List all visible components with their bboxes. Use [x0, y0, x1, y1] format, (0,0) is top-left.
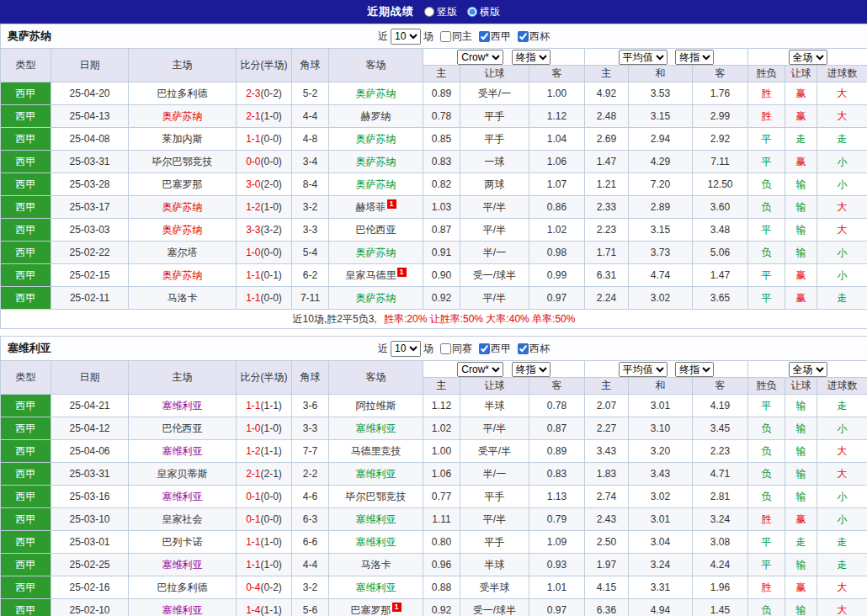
- near-label: 近: [378, 342, 388, 356]
- match-score[interactable]: 2-1(1-0): [237, 105, 292, 128]
- match-score[interactable]: 3-0(2-0): [237, 173, 292, 196]
- scope-select[interactable]: 全场: [789, 50, 827, 65]
- odds-stage-select[interactable]: 终指: [512, 362, 551, 377]
- home-team-link[interactable]: 塞维利亚: [129, 395, 237, 417]
- away-team-link[interactable]: 巴伦西亚: [329, 219, 423, 242]
- laliga-checkbox[interactable]: [479, 31, 490, 42]
- odds-stage-select[interactable]: 终指: [512, 50, 551, 65]
- odds-home: 0.87: [423, 219, 460, 242]
- recent-count-select[interactable]: 10: [391, 29, 421, 45]
- home-team-link[interactable]: 皇家贝蒂斯: [129, 463, 237, 486]
- match-score[interactable]: 2-3(0-2): [237, 82, 292, 105]
- home-team-link[interactable]: 马洛卡: [129, 287, 237, 310]
- match-score[interactable]: 1-4(1-1): [237, 599, 292, 616]
- home-team-name: 塞维利亚: [162, 559, 203, 571]
- home-team-link[interactable]: 奥萨苏纳: [129, 219, 237, 242]
- bookmaker-select[interactable]: Crow*: [457, 362, 503, 377]
- home-team-link[interactable]: 塞维利亚: [129, 486, 237, 508]
- match-score[interactable]: 2-1(2-1): [237, 463, 292, 486]
- home-team-link[interactable]: 巴塞罗那: [129, 173, 237, 196]
- same-home-checkbox[interactable]: [440, 31, 451, 42]
- match-score[interactable]: 1-2(1-1): [237, 440, 292, 463]
- copa-filter[interactable]: 西杯: [518, 342, 550, 356]
- home-team-link[interactable]: 奥萨苏纳: [129, 105, 237, 128]
- home-team-link[interactable]: 巴伦西亚: [129, 417, 237, 440]
- home-team-link[interactable]: 塞维利亚: [129, 554, 237, 576]
- match-score[interactable]: 1-0(0-0): [237, 242, 292, 264]
- away-team-link[interactable]: 塞维利亚: [329, 508, 423, 531]
- match-score[interactable]: 1-1(0-0): [237, 287, 292, 310]
- match-score[interactable]: 3-3(3-2): [237, 219, 292, 242]
- average-select[interactable]: 平均值: [619, 362, 668, 377]
- same-competition-checkbox[interactable]: [440, 343, 451, 354]
- match-score[interactable]: 0-1(0-0): [237, 508, 292, 531]
- away-team-link[interactable]: 塞维利亚: [329, 576, 423, 599]
- away-team-link[interactable]: 奥萨苏纳: [329, 173, 423, 196]
- away-team-link[interactable]: 皇家马德里1: [329, 264, 423, 287]
- bookmaker-select[interactable]: Crow*: [457, 50, 503, 65]
- match-score[interactable]: 1-1(1-0): [237, 531, 292, 554]
- home-team-link[interactable]: 塞尔塔: [129, 242, 237, 264]
- away-team-link[interactable]: 阿拉维斯: [329, 395, 423, 417]
- home-team-link[interactable]: 莱加内斯: [129, 128, 237, 151]
- away-team-link[interactable]: 毕尔巴鄂竞技: [329, 486, 423, 508]
- home-team-link[interactable]: 皇家社会: [129, 508, 237, 531]
- match-score[interactable]: 1-1(0-0): [237, 128, 292, 151]
- recent-count-select[interactable]: 10: [391, 341, 421, 357]
- home-team-link[interactable]: 毕尔巴鄂竞技: [129, 151, 237, 173]
- match-score[interactable]: 1-0(1-0): [237, 417, 292, 440]
- halftime-score: (0-1): [261, 269, 282, 281]
- handicap-line: 受一/球半: [460, 264, 529, 287]
- match-score[interactable]: 1-1(0-1): [237, 264, 292, 287]
- away-team-link[interactable]: 塞维利亚: [329, 463, 423, 486]
- away-team-link[interactable]: 塞维利亚: [329, 531, 423, 554]
- away-team-link[interactable]: 赫罗纳: [329, 105, 423, 128]
- halftime-score: (1-0): [261, 110, 282, 122]
- match-score[interactable]: 1-1(1-0): [237, 554, 292, 576]
- layout-option-vertical[interactable]: 竖版: [424, 5, 457, 19]
- scope-select[interactable]: 全场: [789, 362, 827, 377]
- same-home-filter[interactable]: 同主: [440, 29, 472, 44]
- vertical-layout-radio[interactable]: [424, 7, 434, 17]
- home-team-link[interactable]: 奥萨苏纳: [129, 264, 237, 287]
- match-score[interactable]: 0-0(0-0): [237, 151, 292, 173]
- match-score[interactable]: 1-2(1-0): [237, 196, 292, 219]
- odds-away: 0.93: [529, 554, 585, 576]
- home-team-link[interactable]: 巴列卡诺: [129, 531, 237, 554]
- match-score[interactable]: 0-1(0-0): [237, 486, 292, 508]
- laliga-filter[interactable]: 西甲: [479, 342, 511, 356]
- away-team-link[interactable]: 巴塞罗那1: [329, 599, 423, 616]
- halftime-score: (1-0): [261, 559, 282, 571]
- away-team-link[interactable]: 奥萨苏纳: [329, 287, 423, 310]
- copa-filter[interactable]: 西杯: [518, 29, 550, 44]
- match-score[interactable]: 1-1(1-1): [237, 395, 292, 417]
- same-competition-filter[interactable]: 同赛: [440, 342, 472, 356]
- sub-header-handicap: 让球: [460, 66, 529, 82]
- laliga-filter[interactable]: 西甲: [479, 29, 511, 44]
- home-team-link[interactable]: 奥萨苏纳: [129, 196, 237, 219]
- laliga-checkbox[interactable]: [479, 343, 490, 354]
- away-team-link[interactable]: 奥萨苏纳: [329, 151, 423, 173]
- away-team-link[interactable]: 塞维利亚: [329, 417, 423, 440]
- avg-stage-select[interactable]: 终指: [675, 50, 714, 65]
- layout-option-horizontal[interactable]: 横版: [467, 5, 500, 19]
- horizontal-layout-radio[interactable]: [467, 7, 477, 17]
- copa-checkbox[interactable]: [518, 31, 529, 42]
- away-team-link[interactable]: 马德里竞技: [329, 440, 423, 463]
- copa-checkbox[interactable]: [518, 343, 529, 354]
- away-team-link[interactable]: 赫塔菲1: [329, 196, 423, 219]
- match-result: 胜: [748, 576, 785, 599]
- home-team-link[interactable]: 塞维利亚: [129, 440, 237, 463]
- match-result: 负: [748, 417, 785, 440]
- home-team-link[interactable]: 巴拉多利德: [129, 576, 237, 599]
- corner-score: 3-3: [292, 417, 329, 440]
- home-team-link[interactable]: 塞维利亚: [129, 599, 237, 616]
- home-team-link[interactable]: 巴拉多利德: [129, 82, 237, 105]
- avg-stage-select[interactable]: 终指: [675, 362, 714, 377]
- away-team-link[interactable]: 奥萨苏纳: [329, 242, 423, 264]
- average-select[interactable]: 平均值: [619, 50, 668, 65]
- away-team-link[interactable]: 奥萨苏纳: [329, 128, 423, 151]
- away-team-link[interactable]: 奥萨苏纳: [329, 82, 423, 105]
- match-score[interactable]: 0-4(0-2): [237, 576, 292, 599]
- away-team-link[interactable]: 马洛卡: [329, 554, 423, 576]
